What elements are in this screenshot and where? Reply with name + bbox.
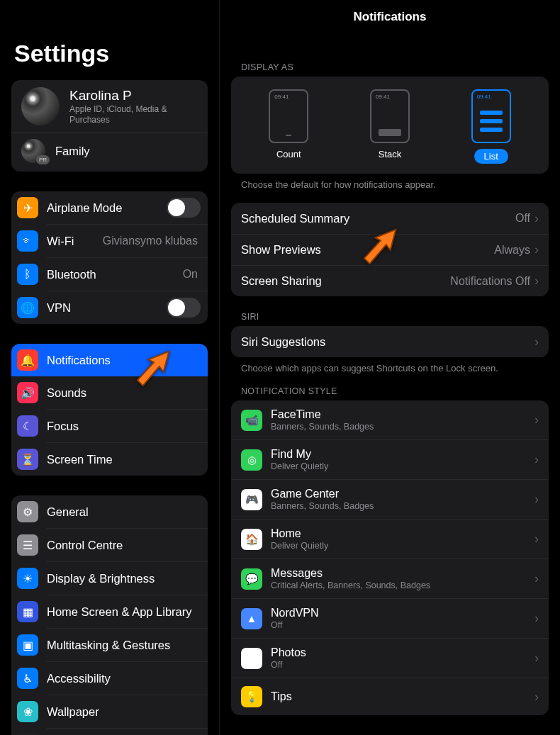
mock-stack-icon: 09:41 — [370, 89, 410, 143]
sidebar-item-label: Bluetooth — [47, 268, 183, 281]
switches-icon: ☰ — [17, 534, 38, 556]
multitask-icon: ▣ — [17, 634, 38, 656]
settings-sidebar: Settings Karolina P Apple ID, iCloud, Me… — [0, 0, 220, 735]
sidebar-item-label: Screen Time — [47, 453, 201, 466]
notification-style-header: NOTIFICATION STYLE — [241, 386, 549, 396]
sidebar-item-screen-time[interactable]: ⏳Screen Time — [47, 442, 208, 476]
chevron-right-icon: › — [534, 532, 539, 546]
chevron-right-icon: › — [534, 413, 539, 427]
toggle-switch[interactable] — [167, 198, 201, 218]
app-subtitle: Banners, Sounds, Badges — [271, 422, 534, 432]
app-subtitle: Banners, Sounds, Badges — [271, 501, 534, 511]
app-subtitle: Off — [271, 620, 534, 630]
sidebar-item-display-brightness[interactable]: ☀︎Display & Brightness — [47, 561, 208, 595]
sidebar-item-wallpaper[interactable]: ❀Wallpaper — [47, 695, 208, 728]
sidebar-item-sounds[interactable]: 🔊Sounds — [47, 376, 208, 409]
app-row-nordvpn[interactable]: ▲ NordVPN Off › — [231, 598, 549, 638]
hourglass-icon: ⏳ — [17, 449, 38, 470]
sidebar-item-label: Wi-Fi — [47, 235, 103, 248]
siri-suggestions-row[interactable]: Siri Suggestions › — [231, 326, 549, 357]
avatar — [21, 87, 60, 125]
sidebar-item-label: Multitasking & Gestures — [47, 639, 201, 652]
airplane-icon: ✈︎ — [17, 197, 38, 218]
sidebar-item-wi-fi[interactable]: ᯤWi-FiGiviansymo klubas — [47, 224, 208, 257]
app-row-tips[interactable]: 💡 Tips › — [231, 678, 549, 715]
siri-header: SIRI — [241, 312, 549, 322]
display-as-card: 09:41 Count 09:41 Stack 09:41 List — [231, 77, 549, 174]
mock-list-icon: 09:41 — [471, 89, 511, 143]
display-opt-list[interactable]: 09:41 List — [471, 89, 511, 164]
mock-count-icon: 09:41 — [269, 89, 308, 143]
sidebar-item-label: Sounds — [47, 386, 201, 400]
sidebar-item-label: Focus — [47, 420, 201, 433]
app-name: Game Center — [271, 488, 534, 500]
app-row-messages[interactable]: 💬 Messages Critical Alerts, Banners, Sou… — [231, 559, 549, 598]
app-icon: 📹 — [241, 410, 262, 431]
bluetooth-icon: ᛒ — [17, 264, 38, 285]
app-row-facetime[interactable]: 📹 FaceTime Banners, Sounds, Badges › — [231, 400, 549, 439]
setting-row-screen-sharing[interactable]: Screen Sharing Notifications Off › — [231, 265, 549, 296]
sidebar-item-general[interactable]: ⚙︎General — [11, 495, 208, 528]
sidebar-item-label: VPN — [47, 301, 167, 315]
display-as-header: DISPLAY AS — [241, 62, 549, 72]
app-subtitle: Deliver Quietly — [271, 541, 534, 551]
wallpaper-icon: ❀ — [17, 701, 38, 722]
app-icon: 🎮 — [241, 489, 262, 510]
sidebar-item-home-screen-app-library[interactable]: ▦Home Screen & App Library — [47, 595, 208, 628]
chevron-right-icon: › — [534, 571, 539, 586]
wifi-icon: ᯤ — [17, 230, 38, 252]
sidebar-item-focus[interactable]: ☾Focus — [47, 409, 208, 442]
toggle-switch[interactable] — [167, 298, 201, 318]
app-name: Tips — [271, 690, 534, 703]
setting-value: Always — [494, 244, 530, 257]
sidebar-item-control-centre[interactable]: ☰Control Centre — [47, 528, 208, 561]
app-subtitle: Critical Alerts, Banners, Sounds, Badges — [271, 580, 534, 590]
display-opt-stack[interactable]: 09:41 Stack — [370, 89, 410, 164]
app-row-home[interactable]: 🏠 Home Deliver Quietly › — [231, 519, 549, 559]
brightness-icon: ☀︎ — [17, 568, 38, 589]
profile-subtitle: Apple ID, iCloud, Media & Purchases — [69, 104, 198, 125]
setting-row-show-previews[interactable]: Show Previews Always › — [231, 234, 549, 265]
sidebar-item-notifications[interactable]: 🔔Notifications — [11, 344, 208, 376]
app-name: Photos — [271, 646, 534, 659]
app-name: Find My — [271, 448, 534, 461]
app-icon: 💡 — [241, 686, 262, 707]
profile-row[interactable]: Karolina P Apple ID, iCloud, Media & Pur… — [11, 80, 208, 133]
setting-row-scheduled-summary[interactable]: Scheduled Summary Off › — [231, 203, 549, 234]
setting-value: Off — [515, 212, 530, 225]
app-subtitle: Deliver Quietly — [271, 461, 534, 471]
sidebar-item-accessibility[interactable]: ♿︎Accessibility — [47, 661, 208, 695]
app-icon: 💬 — [241, 568, 262, 590]
sidebar-item-label: Airplane Mode — [47, 201, 167, 215]
sidebar-item-airplane-mode[interactable]: ✈︎Airplane Mode — [11, 191, 208, 224]
sidebar-item-multitasking-gestures[interactable]: ▣Multitasking & Gestures — [47, 628, 208, 661]
app-row-find-my[interactable]: ◎ Find My Deliver Quietly › — [231, 439, 549, 479]
chevron-right-icon: › — [534, 611, 539, 626]
app-name: NordVPN — [271, 607, 534, 619]
gear-icon: ⚙︎ — [17, 501, 38, 522]
app-subtitle: Off — [271, 660, 534, 670]
siri-footer: Choose which apps can suggest Shortcuts … — [241, 363, 549, 374]
sidebar-item-vpn[interactable]: 🌐VPN — [47, 291, 208, 324]
setting-value: Notifications Off — [450, 275, 530, 288]
display-opt-count[interactable]: 09:41 Count — [269, 89, 308, 164]
family-row[interactable]: Family — [11, 133, 208, 172]
chevron-right-icon: › — [534, 242, 539, 257]
chevron-right-icon: › — [534, 274, 539, 288]
app-row-game-center[interactable]: 🎮 Game Center Banners, Sounds, Badges › — [231, 479, 549, 519]
app-icon: 🏠 — [241, 529, 262, 550]
profile-card: Karolina P Apple ID, iCloud, Media & Pur… — [11, 80, 208, 172]
app-icon: ◎ — [241, 449, 262, 471]
sidebar-item-label: Notifications — [47, 354, 201, 367]
app-row-photos[interactable]: ❋ Photos Off › — [231, 638, 549, 678]
sidebar-item-siri-search[interactable]: ◉Siri & Search — [47, 728, 208, 735]
chevron-right-icon: › — [534, 211, 539, 226]
setting-label: Scheduled Summary — [241, 212, 515, 225]
settings-title: Settings — [14, 40, 208, 67]
sidebar-group-attention: 🔔Notifications🔊Sounds☾Focus⏳Screen Time — [11, 344, 208, 476]
app-icon: ❋ — [241, 648, 262, 669]
bell-icon: 🔔 — [17, 349, 38, 371]
chevron-right-icon: › — [534, 651, 539, 666]
sidebar-group-general: ⚙︎General☰Control Centre☀︎Display & Brig… — [11, 495, 208, 735]
sidebar-item-bluetooth[interactable]: ᛒBluetoothOn — [47, 257, 208, 291]
